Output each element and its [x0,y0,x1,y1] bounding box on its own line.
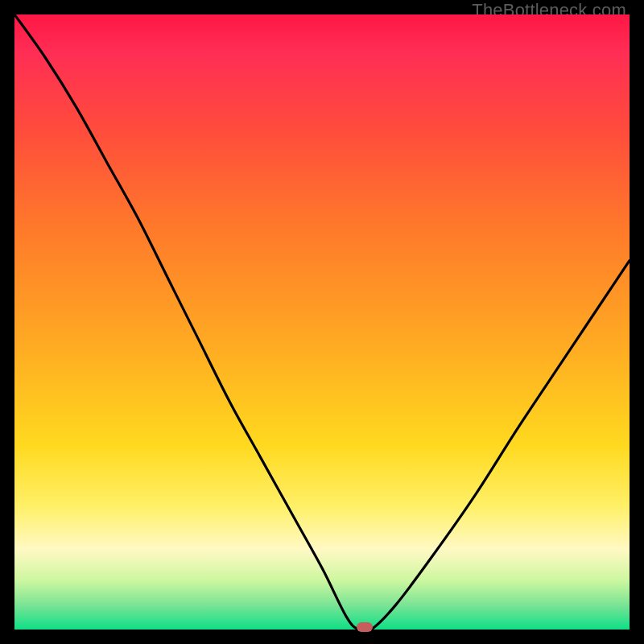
chart-frame: TheBottleneck.com [0,0,644,644]
plot-area [14,14,630,630]
bottleneck-curve [14,14,630,630]
optimal-point-marker [357,622,373,632]
